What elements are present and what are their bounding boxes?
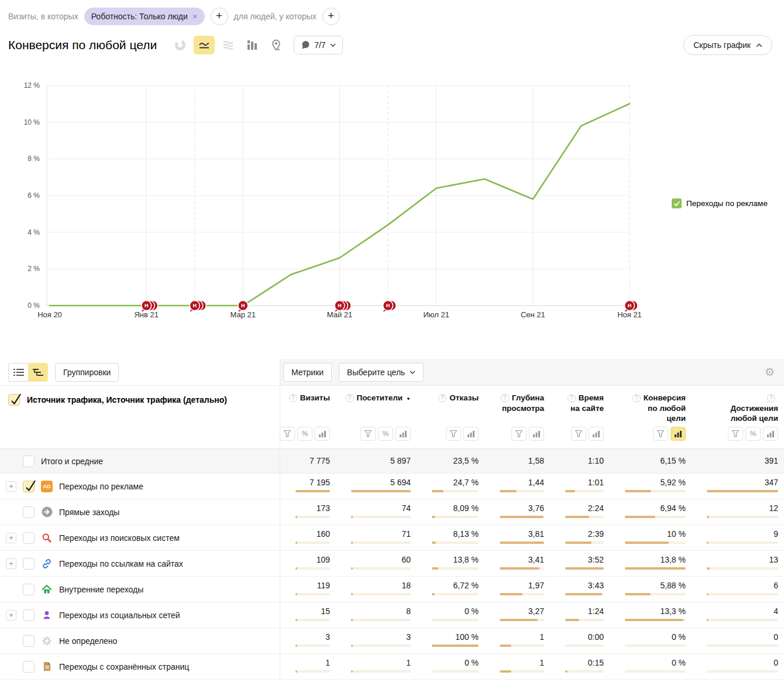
row-label[interactable]: Не определено	[59, 636, 117, 646]
hide-chart-button[interactable]: Скрыть график	[683, 35, 772, 55]
percent-tool-button[interactable]: %	[297, 427, 312, 441]
view-mode-switcher	[8, 363, 48, 382]
bar-chart-icon[interactable]	[242, 36, 263, 54]
filter-tool-button[interactable]	[280, 427, 295, 441]
table-row[interactable]: +Переходы из поисковых систем	[0, 525, 280, 551]
table-row[interactable]: Внутренние переходы	[0, 577, 280, 602]
metric-cell: 24,7 %	[417, 474, 484, 499]
help-icon: ?	[568, 394, 576, 402]
bars-tool-button[interactable]	[589, 427, 604, 441]
expand-button[interactable]: +	[6, 533, 16, 543]
add-people-filter-button[interactable]: +	[322, 8, 340, 25]
bars-icon	[532, 430, 541, 438]
expand-button[interactable]: +	[6, 610, 16, 621]
bars-tool-button[interactable]	[670, 427, 686, 441]
metric-cell: 3:43	[550, 577, 610, 602]
expand-button[interactable]: +	[6, 481, 16, 492]
metric-cell: 173	[280, 499, 336, 525]
row-label[interactable]: Внутренние переходы	[59, 585, 143, 594]
row-checkbox[interactable]	[23, 661, 35, 673]
metric-cell: 100 %	[417, 628, 484, 654]
filter-icon	[514, 429, 524, 438]
bars-tool-button[interactable]	[763, 427, 778, 441]
bars-tool-button[interactable]	[463, 427, 479, 441]
filter-tool-button[interactable]	[446, 427, 461, 441]
row-label[interactable]: Переходы из социальных сетей	[59, 611, 180, 620]
line-chart-icon[interactable]	[194, 36, 215, 54]
row-checkbox[interactable]	[23, 609, 35, 621]
totals-label: Итого и средние	[41, 457, 103, 466]
percent-icon: %	[383, 430, 389, 438]
row-checkbox[interactable]	[23, 635, 35, 647]
metric-cell: 13,3 %	[610, 602, 692, 628]
column-header[interactable]: ?Посетители▼ %	[336, 386, 417, 449]
list-view-button[interactable]	[8, 363, 28, 382]
robot-filter-chip-label: Роботность: Только люди	[91, 12, 188, 21]
column-header[interactable]: ?Глубина просмотра	[484, 386, 550, 449]
column-header[interactable]: ?Время на сайте	[550, 386, 610, 449]
metric-cell: 18	[336, 577, 417, 602]
percent-tool-button[interactable]: %	[378, 427, 393, 441]
metric-cell: 12	[692, 499, 784, 525]
row-checkbox[interactable]	[23, 481, 35, 492]
svg-text:Июл 21: Июл 21	[423, 310, 449, 319]
table-row[interactable]: +Переходы из социальных сетей	[0, 602, 280, 628]
row-label[interactable]: Переходы по рекламе	[59, 482, 143, 491]
ad-icon: AD	[41, 481, 53, 492]
comment-bubble-icon	[301, 40, 310, 50]
pie-chart-icon[interactable]	[170, 36, 191, 54]
bars-icon	[766, 430, 775, 438]
column-header[interactable]: ?Визиты %	[280, 386, 336, 449]
metrics-button[interactable]: Метрики	[283, 363, 332, 382]
row-label[interactable]: Прямые заходы	[59, 508, 119, 517]
table-row[interactable]: +ADПереходы по рекламе	[0, 474, 280, 499]
tree-view-button[interactable]	[28, 363, 48, 382]
percent-tool-button[interactable]: %	[745, 427, 761, 441]
spinner-icon	[41, 635, 53, 647]
row-checkbox[interactable]	[23, 532, 35, 544]
chevron-down-icon	[410, 371, 415, 374]
bars-tool-button[interactable]	[529, 427, 544, 441]
remove-filter-icon[interactable]: ×	[192, 11, 198, 21]
chart-header: Конверсия по любой цели 7/7 Скрыть графи…	[0, 26, 784, 55]
gear-icon[interactable]: ⚙	[765, 365, 775, 379]
filter-tool-button[interactable]	[571, 427, 586, 441]
metric-cell: 0 %	[610, 654, 692, 680]
row-checkbox[interactable]	[23, 558, 35, 570]
row-checkbox[interactable]	[23, 506, 35, 518]
goal-select-button[interactable]: Выберите цель	[339, 363, 424, 382]
column-header[interactable]: ?Конверсия по любой цели	[610, 386, 692, 449]
help-icon: ?	[438, 394, 446, 402]
comments-button[interactable]: 7/7	[294, 36, 342, 54]
robot-filter-chip[interactable]: Роботность: Только люди ×	[84, 8, 205, 25]
row-checkbox[interactable]	[23, 584, 35, 595]
chart-legend-item[interactable]: Переходы по рекламе	[672, 198, 768, 208]
bars-icon	[318, 430, 326, 438]
line-chart[interactable]: 0 %2 %4 %6 %8 %10 %12 %Ноя 20Янв 21Мар 2…	[0, 57, 784, 359]
column-header[interactable]: ?Достижения любой цели %	[692, 386, 784, 449]
dimension-header-label[interactable]: Источник трафика, Источник трафика (дета…	[27, 394, 227, 405]
row-label[interactable]: Переходы по ссылкам на сайтах	[59, 559, 183, 568]
filter-tool-button[interactable]	[728, 427, 743, 441]
stacked-area-icon[interactable]	[218, 36, 239, 54]
row-checkbox[interactable]	[23, 455, 35, 467]
map-pin-icon[interactable]	[266, 36, 287, 54]
select-all-checkbox[interactable]	[8, 394, 20, 406]
expand-button[interactable]: +	[6, 558, 16, 569]
filter-tool-button[interactable]	[511, 427, 527, 441]
row-label[interactable]: Переходы с сохранённых страниц	[59, 662, 189, 671]
column-header[interactable]: ?Отказы	[417, 386, 484, 449]
filter-tool-button[interactable]	[653, 427, 668, 441]
legend-checkbox[interactable]	[672, 198, 682, 208]
groupings-button[interactable]: Группировки	[55, 363, 119, 382]
filter-tool-button[interactable]	[360, 427, 376, 441]
bars-tool-button[interactable]	[315, 427, 330, 441]
table-row[interactable]: +Переходы по ссылкам на сайтах	[0, 551, 280, 577]
add-visit-filter-button[interactable]: +	[211, 8, 228, 25]
bars-tool-button[interactable]	[396, 427, 411, 441]
table-row[interactable]: Переходы с сохранённых страниц	[0, 654, 280, 680]
table-row[interactable]: Прямые заходы	[0, 499, 280, 525]
svg-text:Янв 21: Янв 21	[134, 310, 159, 319]
row-label[interactable]: Переходы из поисковых систем	[59, 533, 180, 543]
table-row[interactable]: Не определено	[0, 628, 280, 654]
